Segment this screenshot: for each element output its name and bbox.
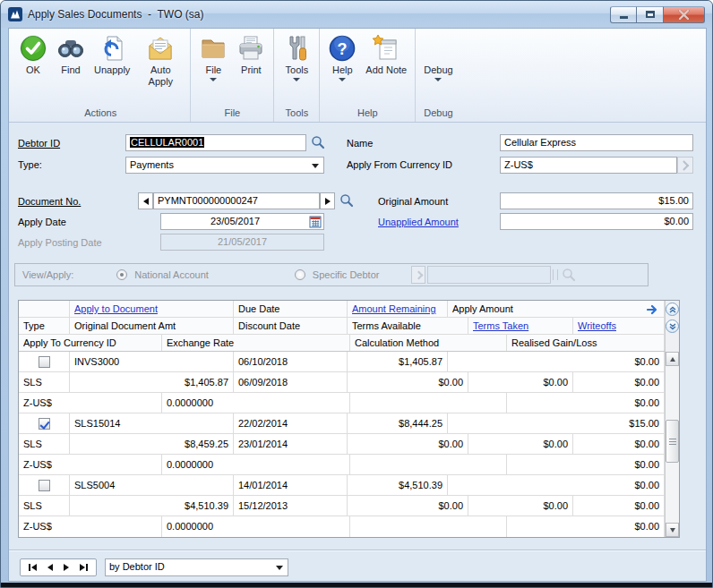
apply-to-document-header-link[interactable]: Apply to Document [74, 303, 158, 314]
apply-date-label: Apply Date [18, 217, 66, 227]
tools-dropdown-icon [293, 78, 300, 81]
cell-amount-remaining: $1,405.87 [348, 352, 448, 371]
original-document-amt-header: Original Document Amt [70, 318, 234, 334]
grid-row-line1[interactable]: SLS15014 22/02/2014 $8,444.25 $15.00 [19, 413, 665, 434]
cell-apply-amount[interactable]: $0.00 [448, 475, 665, 495]
print-button[interactable]: Print [232, 30, 270, 78]
add-note-button[interactable]: Add Note [361, 30, 411, 78]
debtor-expansion-button-disabled [411, 266, 425, 284]
grid-row-line1[interactable]: SLS5004 14/01/2014 $4,510.39 $0.00 [19, 475, 665, 496]
apply-checkbox[interactable] [39, 480, 50, 491]
debug-label: Debug [424, 64, 452, 76]
close-icon [678, 10, 690, 20]
first-record-icon [31, 564, 37, 571]
grid-row-line1[interactable]: INVS3000 06/10/2018 $1,405.87 $0.00 [19, 352, 665, 372]
collapse-detail-button[interactable] [666, 301, 679, 318]
cell-apply-amount[interactable]: $0.00 [448, 352, 665, 371]
maximize-button[interactable] [637, 6, 664, 23]
debtor-lookup-button[interactable] [310, 134, 326, 150]
debug-button[interactable]: Debug [419, 30, 457, 83]
cell-calculation-method [350, 516, 507, 537]
document-no-label[interactable]: Document No. [18, 196, 81, 207]
unapply-button[interactable]: Unapply [90, 30, 134, 78]
grid-row-line3[interactable]: Z-US$ 0.0000000 $0.00 [19, 455, 665, 475]
svg-text:?: ? [338, 40, 348, 58]
national-account-radio[interactable] [116, 269, 127, 280]
name-label: Name [347, 138, 373, 149]
cell-realised-gain-loss: $0.00 [507, 516, 665, 537]
terms-taken-header-link[interactable]: Terms Taken [473, 320, 528, 331]
expand-detail-button[interactable] [666, 318, 679, 335]
browse-next-button[interactable] [320, 192, 335, 209]
window-title: Apply Sales Documents - TWO (sa) [28, 8, 204, 21]
go-to-apply-amount-icon[interactable] [647, 303, 659, 317]
scrollbar-thumb[interactable] [666, 420, 679, 463]
cell-terms-taken: $0.00 [468, 496, 573, 516]
find-button[interactable]: Find [52, 30, 90, 78]
unapplied-amount-link[interactable]: Unapplied Amount [378, 217, 459, 227]
debtor-id-field[interactable]: CELLULAR0001 [125, 134, 306, 151]
name-field: Cellular Express [500, 134, 693, 151]
grid-row-line3[interactable]: Z-US$ 0.0000000 $0.00 [19, 516, 665, 537]
amount-remaining-header-link[interactable]: Amount Remaining [352, 303, 436, 314]
last-record-button[interactable] [78, 559, 90, 575]
calendar-button[interactable] [308, 215, 322, 228]
cell-apply-to-document: SLS15014 [70, 413, 234, 433]
next-record-button[interactable] [62, 559, 71, 575]
document-lookup-button[interactable] [339, 192, 355, 209]
minimize-button[interactable] [610, 6, 637, 23]
last-record-icon [80, 564, 85, 571]
apply-sales-documents-window: Apply Sales Documents - TWO (sa) OK [0, 0, 713, 588]
auto-apply-button[interactable]: Auto Apply [134, 30, 186, 89]
grid-row-line2[interactable]: SLS $4,510.39 15/12/2013 $0.00 $0.00 $0.… [19, 496, 665, 516]
cell-due-date: 06/10/2018 [234, 352, 348, 371]
tools-button[interactable]: Tools [278, 30, 315, 83]
writeoffs-header-link[interactable]: Writeoffs [578, 320, 616, 331]
cell-apply-to-currency-id: Z-US$ [19, 455, 162, 474]
apply-checkbox[interactable] [39, 356, 50, 368]
grid-row-line2[interactable]: SLS $8,459.25 23/01/2014 $0.00 $0.00 $0.… [19, 434, 665, 455]
cell-apply-to-document: INVS3000 [70, 352, 234, 371]
file-button[interactable]: File [194, 30, 232, 83]
scroll-up-button[interactable] [666, 352, 679, 366]
scrollbar-track[interactable] [666, 366, 679, 523]
previous-record-icon [47, 564, 53, 571]
cell-apply-amount[interactable]: $15.00 [448, 413, 665, 433]
type-combobox[interactable]: Payments [125, 157, 324, 174]
title-bar[interactable]: Apply Sales Documents - TWO (sa) [1, 1, 712, 28]
apply-from-currency-field: Z-US$ [500, 157, 677, 174]
calendar-icon [309, 216, 322, 228]
ok-label: OK [26, 64, 40, 76]
apply-from-currency-label: Apply From Currency ID [347, 159, 452, 170]
type-value: Payments [130, 159, 174, 170]
double-chevron-up-icon [668, 305, 677, 314]
help-button[interactable]: ? Help [323, 30, 361, 83]
previous-record-button[interactable] [46, 559, 55, 575]
cell-terms-available: $0.00 [348, 434, 468, 454]
help-label: Help [332, 64, 353, 76]
magnifier-icon [339, 193, 354, 208]
scroll-down-button[interactable] [666, 523, 679, 537]
national-account-label: National Account [134, 269, 209, 280]
first-record-button[interactable] [27, 559, 39, 575]
document-no-field[interactable]: PYMNT000000000247 [153, 192, 320, 209]
grid-row-line3[interactable]: Z-US$ 0.0000000 $0.00 [19, 393, 665, 413]
sort-by-dropdown-icon [276, 566, 283, 570]
cell-discount-date: 15/12/2013 [234, 496, 348, 516]
browse-previous-button[interactable] [138, 192, 153, 209]
sort-by-combobox[interactable]: by Debtor ID [105, 558, 288, 576]
grid-row-line2[interactable]: SLS $1,405.87 06/09/2018 $0.00 $0.00 $0.… [19, 372, 665, 393]
apply-amount-header: Apply Amount [448, 301, 665, 317]
debtor-id-label[interactable]: Debtor ID [18, 138, 60, 149]
cell-amount-remaining: $8,444.25 [348, 413, 448, 433]
ok-button[interactable]: OK [14, 30, 52, 78]
ribbon-group-actions: OK Find Unapply [11, 29, 191, 122]
currency-expansion-button[interactable] [677, 157, 693, 174]
apply-checkbox[interactable] [39, 418, 50, 430]
ribbon-group-help: ? Help Add Note Help [320, 29, 416, 122]
specific-debtor-radio[interactable] [295, 269, 305, 280]
view-apply-strip: View/Apply: National Account Specific De… [14, 263, 649, 286]
grid-body: INVS3000 06/10/2018 $1,405.87 $0.00 SLS … [19, 352, 665, 537]
apply-date-field[interactable]: 23/05/2017 [160, 213, 324, 230]
close-button[interactable] [664, 6, 705, 23]
